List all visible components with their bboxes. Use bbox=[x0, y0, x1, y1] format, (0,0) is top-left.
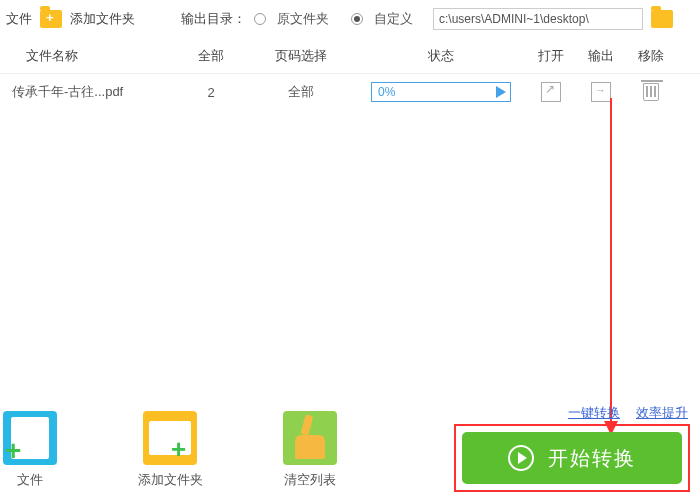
add-file-label: 文件 bbox=[17, 471, 43, 489]
add-file-icon bbox=[3, 411, 57, 465]
add-folder-button[interactable]: 添加文件夹 bbox=[100, 411, 240, 489]
promo-link-speed[interactable]: 效率提升 bbox=[636, 404, 688, 422]
promo-link-convert[interactable]: 一键转换 bbox=[568, 404, 620, 422]
annotation-arrow bbox=[610, 98, 612, 433]
file-menu[interactable]: 文件 bbox=[6, 10, 32, 28]
browse-folder-icon[interactable] bbox=[651, 10, 673, 28]
play-icon[interactable] bbox=[496, 86, 506, 98]
table-header: 文件名称 全部 页码选择 状态 打开 输出 移除 bbox=[0, 38, 700, 74]
open-icon[interactable] bbox=[541, 82, 561, 102]
add-folder-big-label: 添加文件夹 bbox=[138, 471, 203, 489]
th-name: 文件名称 bbox=[6, 47, 176, 65]
clear-list-label: 清空列表 bbox=[284, 471, 336, 489]
th-all: 全部 bbox=[176, 47, 246, 65]
progress-bar[interactable]: 0% bbox=[371, 82, 511, 102]
play-circle-icon bbox=[508, 445, 534, 471]
th-open: 打开 bbox=[526, 47, 576, 65]
radio-custom[interactable] bbox=[351, 13, 363, 25]
radio-original-label[interactable]: 原文件夹 bbox=[277, 10, 329, 28]
annotation-highlight: 开始转换 bbox=[454, 424, 690, 492]
output-icon[interactable] bbox=[591, 82, 611, 102]
cell-page-select[interactable]: 全部 bbox=[246, 83, 356, 101]
output-dir-label: 输出目录： bbox=[181, 10, 246, 28]
th-output: 输出 bbox=[576, 47, 626, 65]
th-remove: 移除 bbox=[626, 47, 676, 65]
radio-custom-label[interactable]: 自定义 bbox=[374, 10, 413, 28]
start-convert-button[interactable]: 开始转换 bbox=[462, 432, 682, 484]
add-file-button[interactable]: 文件 bbox=[0, 411, 100, 489]
trash-icon[interactable] bbox=[643, 83, 659, 101]
th-page: 页码选择 bbox=[246, 47, 356, 65]
start-label: 开始转换 bbox=[548, 445, 636, 472]
folder-plus-icon[interactable] bbox=[40, 10, 62, 28]
add-folder-label[interactable]: 添加文件夹 bbox=[70, 10, 135, 28]
add-folder-big-icon bbox=[143, 411, 197, 465]
radio-original[interactable] bbox=[254, 13, 266, 25]
th-status: 状态 bbox=[356, 47, 526, 65]
table-row: 传承千年-古往...pdf 2 全部 0% bbox=[0, 74, 700, 110]
output-path-input[interactable]: c:\users\ADMINI~1\desktop\ bbox=[433, 8, 643, 30]
broom-icon bbox=[283, 411, 337, 465]
cell-filename: 传承千年-古往...pdf bbox=[6, 83, 176, 101]
promo-links: 一键转换 效率提升 bbox=[568, 404, 688, 422]
progress-text: 0% bbox=[372, 85, 395, 99]
cell-count: 2 bbox=[176, 85, 246, 100]
clear-list-button[interactable]: 清空列表 bbox=[240, 411, 380, 489]
